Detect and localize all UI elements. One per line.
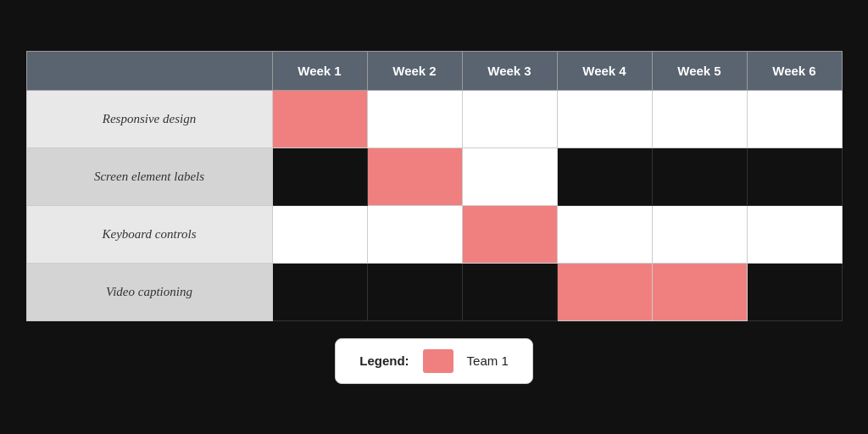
cell-r3-c1 [367,263,462,320]
table-row: Keyboard controls [26,205,842,263]
cell-r2-c3 [557,205,652,263]
cell-r3-c0 [272,263,367,320]
cell-r2-c1 [367,205,462,263]
table-row: Video captioning [26,263,842,320]
header-row-label [26,51,272,90]
cell-r3-c3 [557,263,652,320]
row-label-0: Responsive design [26,90,272,147]
cell-r1-c3 [557,147,652,205]
header-week-2: Week 2 [367,51,462,90]
legend-box: Legend: Team 1 [335,338,533,384]
cell-r2-c0 [272,205,367,263]
cell-r1-c5 [747,147,842,205]
cell-r1-c1 [367,147,462,205]
header-week-1: Week 1 [272,51,367,90]
cell-r2-c5 [747,205,842,263]
cell-r3-c4 [652,263,747,320]
cell-r2-c2 [462,205,557,263]
cell-r0-c2 [462,90,557,147]
row-label-2: Keyboard controls [26,205,272,263]
cell-r0-c5 [747,90,842,147]
legend-label: Legend: [359,353,409,368]
header-week-6: Week 6 [747,51,842,90]
header-week-3: Week 3 [462,51,557,90]
cell-r3-c2 [462,263,557,320]
legend-color-box [423,349,453,373]
header-week-5: Week 5 [652,51,747,90]
cell-r1-c0 [272,147,367,205]
table-row: Responsive design [26,90,842,147]
header-week-4: Week 4 [557,51,652,90]
row-label-3: Video captioning [26,263,272,320]
cell-r0-c0 [272,90,367,147]
cell-r3-c5 [747,263,842,320]
cell-r0-c1 [367,90,462,147]
cell-r0-c3 [557,90,652,147]
cell-r2-c4 [652,205,747,263]
legend-team1-label: Team 1 [467,353,509,368]
chart-wrapper: Week 1 Week 2 Week 3 Week 4 Week 5 Week … [26,51,843,384]
gantt-table: Week 1 Week 2 Week 3 Week 4 Week 5 Week … [26,51,843,321]
row-label-1: Screen element labels [26,147,272,205]
cell-r0-c4 [652,90,747,147]
cell-r1-c4 [652,147,747,205]
cell-r1-c2 [462,147,557,205]
table-row: Screen element labels [26,147,842,205]
